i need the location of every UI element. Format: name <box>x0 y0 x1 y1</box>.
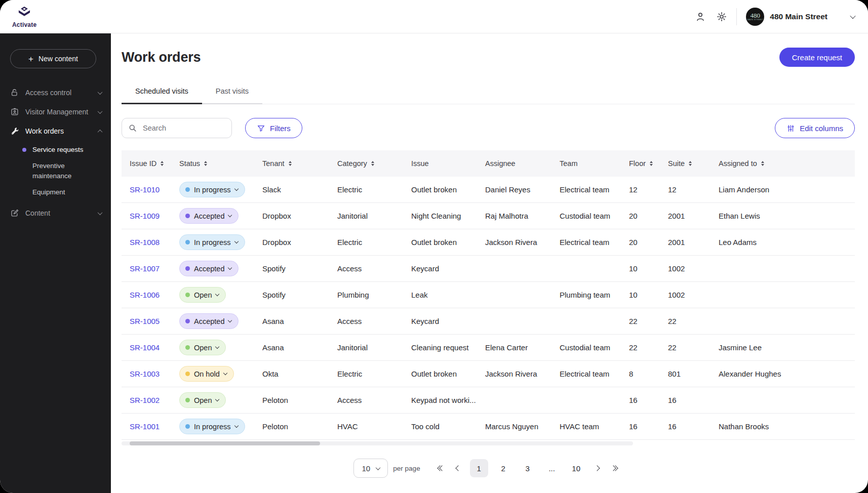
floor-cell: 10 <box>629 264 668 273</box>
sidebar-subitem-preventive-maintenance[interactable]: Preventive maintenance <box>10 158 104 184</box>
status-pill[interactable]: Accepted <box>179 261 239 276</box>
assignee-cell: Raj Malhotra <box>485 212 560 220</box>
issue-cell: Too cold <box>411 422 485 431</box>
person-icon[interactable] <box>695 11 706 22</box>
issue-id-link[interactable]: SR-1002 <box>130 396 179 404</box>
status-pill[interactable]: In progress <box>179 419 245 434</box>
status-pill[interactable]: Accepted <box>179 313 239 329</box>
floor-cell: 16 <box>629 422 668 431</box>
funnel-icon <box>257 124 265 133</box>
sidebar-item-visitor-management[interactable]: Visitor Management <box>10 102 104 121</box>
page-10[interactable]: 10 <box>567 459 585 477</box>
building-switcher[interactable]: 480 MAIN STREET 480 Main Street <box>746 8 855 26</box>
issue-id-link[interactable]: SR-1008 <box>130 238 179 247</box>
last-page-button[interactable] <box>606 460 623 477</box>
tab-scheduled-visits[interactable]: Scheduled visits <box>122 87 202 104</box>
page-1[interactable]: 1 <box>470 459 488 477</box>
status-pill[interactable]: Open <box>179 340 226 355</box>
column-header-status[interactable]: Status <box>179 159 262 168</box>
issue-id-link[interactable]: SR-1009 <box>130 212 179 220</box>
sort-icon[interactable] <box>761 161 764 167</box>
sidebar-item-label: Content <box>25 209 92 217</box>
page-3[interactable]: 3 <box>519 459 537 477</box>
sidebar: + New content Access controlVisitor Mana… <box>0 33 111 493</box>
main-content: Work orders Create request Scheduled vis… <box>111 33 868 493</box>
sidebar-subitem-equipment[interactable]: Equipment <box>10 184 104 200</box>
status-label: Accepted <box>194 212 224 220</box>
issue-cell: Leak <box>411 291 485 299</box>
status-pill[interactable]: On hold <box>179 366 234 382</box>
chevron-down-icon <box>234 424 238 428</box>
suite-cell: 12 <box>668 185 719 194</box>
sort-icon[interactable] <box>161 161 164 167</box>
sort-icon[interactable] <box>371 161 374 167</box>
status-pill[interactable]: Open <box>179 287 226 303</box>
sidebar-subitem-service-requests[interactable]: Service requests <box>10 142 104 158</box>
status-cell: In progress <box>179 419 262 434</box>
tenant-cell: Okta <box>262 369 337 378</box>
page-ellipsis: ... <box>543 459 561 477</box>
gear-icon[interactable] <box>716 11 727 22</box>
edit-columns-button[interactable]: Edit columns <box>775 118 855 138</box>
column-header-assigned-to[interactable]: Assigned to <box>719 159 855 168</box>
per-page-select[interactable]: 10 <box>353 459 388 478</box>
issue-id-link[interactable]: SR-1007 <box>130 264 179 273</box>
chevron-down-icon <box>234 187 238 191</box>
issue-id-link[interactable]: SR-1001 <box>130 422 179 431</box>
filters-label: Filters <box>270 124 291 133</box>
tenant-cell: Spotify <box>262 291 337 299</box>
chevron-down-icon <box>215 292 219 296</box>
table-row: SR-1005AcceptedAsanaAccessKeycard2222 <box>122 308 855 335</box>
issue-id-link[interactable]: SR-1006 <box>130 291 179 299</box>
team-cell: Electrical team <box>560 185 629 194</box>
status-cell: Accepted <box>179 313 262 329</box>
tenant-cell: Asana <box>262 317 337 325</box>
chevron-down-icon <box>376 465 381 470</box>
sort-icon[interactable] <box>204 161 207 167</box>
filters-button[interactable]: Filters <box>245 118 302 138</box>
page-2[interactable]: 2 <box>494 459 512 477</box>
sort-icon[interactable] <box>689 161 692 167</box>
issue-id-link[interactable]: SR-1003 <box>130 369 179 378</box>
column-header-issue-id[interactable]: Issue ID <box>130 159 179 168</box>
issue-id-link[interactable]: SR-1004 <box>130 343 179 352</box>
status-label: On hold <box>194 370 220 378</box>
column-header-tenant[interactable]: Tenant <box>262 159 337 168</box>
search-input[interactable] <box>142 124 225 133</box>
suite-cell: 22 <box>668 317 719 325</box>
assigned-to-cell: Nathan Brooks <box>719 422 855 431</box>
scrollbar-thumb[interactable] <box>130 441 320 445</box>
column-header-floor[interactable]: Floor <box>629 159 668 168</box>
next-page-button[interactable] <box>588 460 606 477</box>
issue-id-link[interactable]: SR-1005 <box>130 317 179 325</box>
column-header-assignee: Assignee <box>485 159 560 168</box>
status-cell: Open <box>179 392 262 408</box>
status-pill[interactable]: Accepted <box>179 208 239 224</box>
create-request-button[interactable]: Create request <box>779 48 855 67</box>
sort-icon[interactable] <box>650 161 653 167</box>
sort-icon[interactable] <box>289 161 292 167</box>
previous-page-button[interactable] <box>450 460 467 477</box>
new-content-button[interactable]: + New content <box>10 49 96 68</box>
sidebar-item-access-control[interactable]: Access control <box>10 83 104 102</box>
sidebar-item-work-orders[interactable]: Work orders <box>10 121 104 141</box>
tab-past-visits[interactable]: Past visits <box>202 87 262 104</box>
chevron-down-icon <box>223 371 227 375</box>
sidebar-item-content[interactable]: Content <box>10 203 104 223</box>
activate-logo-icon <box>17 6 32 20</box>
issue-id-link[interactable]: SR-1010 <box>130 185 179 194</box>
team-cell: Plumbing team <box>560 291 629 299</box>
column-header-suite[interactable]: Suite <box>668 159 719 168</box>
status-pill[interactable]: Open <box>179 392 226 408</box>
horizontal-scrollbar[interactable] <box>122 441 633 445</box>
category-cell: Janitorial <box>337 343 411 352</box>
column-header-category[interactable]: Category <box>337 159 411 168</box>
first-page-button[interactable] <box>432 460 450 477</box>
tenant-cell: Dropbox <box>262 212 337 220</box>
issue-cell: Outlet broken <box>411 238 485 247</box>
team-cell: Electrical team <box>560 238 629 247</box>
status-dot <box>185 240 190 244</box>
status-pill[interactable]: In progress <box>179 182 245 197</box>
status-pill[interactable]: In progress <box>179 234 245 250</box>
table-row: SR-1002OpenPelotonAccessKeypad not worki… <box>122 387 855 414</box>
